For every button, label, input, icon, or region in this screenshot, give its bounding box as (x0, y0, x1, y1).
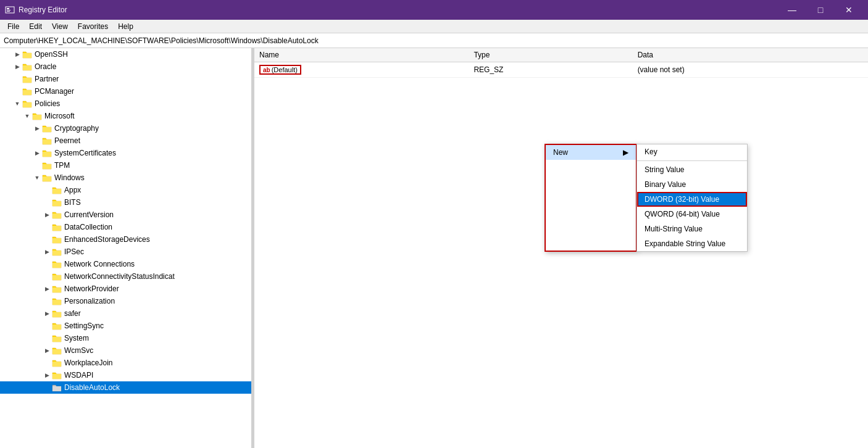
close-button[interactable]: ✕ (835, 0, 863, 20)
chevron-pcmanager (12, 86, 22, 96)
title-bar: Registry Editor — □ ✕ (0, 0, 868, 20)
address-bar: Computer\HKEY_LOCAL_MACHINE\SOFTWARE\Pol… (0, 33, 868, 48)
tree-item-wsdapi[interactable]: WSDAPI (0, 369, 251, 381)
tree-item-peernet[interactable]: Peernet (0, 135, 251, 147)
tree-label-currentversion: CurrentVersion (64, 210, 114, 219)
folder-icon-appx (52, 186, 62, 194)
tree-item-oracle[interactable]: Oracle (0, 60, 251, 73)
menu-edit[interactable]: Edit (24, 21, 47, 32)
data-panel: Name Type Data ab (Default) REG_SZ (254, 48, 868, 448)
chevron-wsdapi (42, 370, 52, 380)
menu-help[interactable]: Help (113, 21, 138, 32)
tree-item-bits[interactable]: BITS (0, 196, 251, 209)
menu-file[interactable]: File (2, 21, 24, 32)
chevron-tpm (32, 160, 42, 170)
tree-label-system: System (64, 334, 89, 342)
tree-item-settingsync[interactable]: SettingSync (0, 320, 251, 332)
submenu-dword-value[interactable]: DWORD (32-bit) Value (637, 192, 747, 207)
submenu-binary-value[interactable]: Binary Value (637, 177, 747, 192)
folder-icon-networkcsi (52, 272, 62, 281)
window-controls: — □ ✕ (778, 0, 863, 20)
registry-table: Name Type Data ab (Default) REG_SZ (254, 48, 868, 78)
table-row[interactable]: ab (Default) REG_SZ (value not set) (254, 62, 868, 78)
tree-label-wcmsvc: WcmSvc (64, 346, 93, 355)
tree-item-enhancedstorage[interactable]: EnhancedStorageDevices (0, 233, 251, 246)
tree-item-microsoft[interactable]: Microsoft (0, 110, 251, 122)
default-value-badge: ab (Default) (259, 65, 301, 75)
tree-item-openssh[interactable]: OpenSSH (0, 48, 251, 60)
chevron-policies (12, 99, 22, 109)
tree-item-partner[interactable]: Partner (0, 73, 251, 85)
app-icon (5, 5, 15, 15)
tree-item-ipsec[interactable]: IPSec (0, 246, 251, 258)
chevron-appx (42, 185, 52, 195)
submenu-key[interactable]: Key (637, 144, 747, 159)
tree-label-openssh: OpenSSH (35, 50, 68, 59)
submenu-expandable-value[interactable]: Expandable String Value (637, 236, 747, 251)
context-menu-new[interactable]: New ▶ (546, 145, 636, 160)
tree-item-system[interactable]: System (0, 332, 251, 344)
folder-icon-tpm (42, 161, 52, 170)
tree-item-pcmanager[interactable]: PCManager (0, 85, 251, 97)
tree-label-policies: Policies (35, 99, 60, 108)
folder-icon-wsdapi (52, 371, 62, 380)
tree-item-networkprovider[interactable]: NetworkProvider (0, 283, 251, 295)
folder-icon-peernet (42, 136, 52, 145)
chevron-personalization (42, 296, 52, 306)
tree-item-wcmsvc[interactable]: WcmSvc (0, 344, 251, 357)
folder-icon-settingsync (52, 321, 62, 330)
tree-item-disableautolock[interactable]: DisableAutoLock (0, 381, 251, 394)
submenu-multistring-value[interactable]: Multi-String Value (637, 222, 747, 236)
value-data: (value not set) (633, 62, 868, 78)
tree-item-systemcerts[interactable]: SystemCertificates (0, 147, 251, 159)
tree-label-partner: Partner (35, 75, 59, 83)
tree-label-peernet: Peernet (54, 136, 80, 145)
tree-label-datacollection: DataCollection (64, 223, 112, 231)
tree-label-bits: BITS (64, 198, 81, 207)
minimize-button[interactable]: — (778, 0, 806, 20)
tree-item-windows[interactable]: Windows (0, 172, 251, 184)
submenu-qword-value[interactable]: QWORD (64-bit) Value (637, 207, 747, 222)
tree-item-datacollection[interactable]: DataCollection (0, 221, 251, 233)
menu-favorites[interactable]: Favorites (73, 21, 113, 32)
folder-icon-workplacejoin (52, 359, 62, 367)
tree-label-pcmanager: PCManager (35, 87, 74, 96)
value-name: ab (Default) (254, 62, 469, 78)
col-type: Type (469, 48, 632, 62)
maximize-button[interactable]: □ (806, 0, 835, 20)
tree-item-tpm[interactable]: TPM (0, 159, 251, 172)
tree-item-appx[interactable]: Appx (0, 184, 251, 196)
chevron-windows (32, 173, 42, 183)
tree-label-networkprovider: NetworkProvider (64, 284, 119, 293)
tree-item-policies[interactable]: Policies (0, 97, 251, 110)
context-menu: New ▶ (545, 144, 637, 252)
tree-item-currentversion[interactable]: CurrentVersion (0, 209, 251, 221)
tree-item-workplacejoin[interactable]: WorkplaceJoin (0, 357, 251, 369)
chevron-microsoft (22, 111, 32, 121)
folder-icon-wcmsvc (52, 346, 62, 355)
folder-icon-networkprovider (52, 284, 62, 293)
tree-label-oracle: Oracle (35, 62, 56, 71)
chevron-settingsync (42, 321, 52, 331)
tree-label-workplacejoin: WorkplaceJoin (64, 359, 112, 367)
submenu-string-value[interactable]: String Value (637, 162, 747, 177)
folder-icon-bits (52, 198, 62, 207)
new-label: New (553, 148, 568, 157)
chevron-ipsec (42, 247, 52, 257)
col-name: Name (254, 48, 469, 62)
folder-icon-system (52, 334, 62, 342)
tree-item-networkcsi[interactable]: NetworkConnectivityStatusIndicat (0, 270, 251, 283)
col-data: Data (633, 48, 868, 62)
default-label: (Default) (272, 66, 298, 73)
submenu: Key String Value Binary Value DWORD (32-… (636, 144, 748, 252)
tree-item-cryptography[interactable]: Cryptography (0, 122, 251, 135)
tree-item-networkconnections[interactable]: Network Connections (0, 258, 251, 270)
tree-item-personalization[interactable]: Personalization (0, 295, 251, 307)
folder-icon-datacollection (52, 223, 62, 231)
tree-label-disableautolock: DisableAutoLock (64, 383, 120, 392)
ab-icon: ab (263, 67, 270, 73)
tree-item-safer[interactable]: safer (0, 307, 251, 320)
tree-scroll[interactable]: OpenSSH Oracle P (0, 48, 251, 448)
menu-view[interactable]: View (47, 21, 73, 32)
tree-label-ipsec: IPSec (64, 247, 84, 256)
